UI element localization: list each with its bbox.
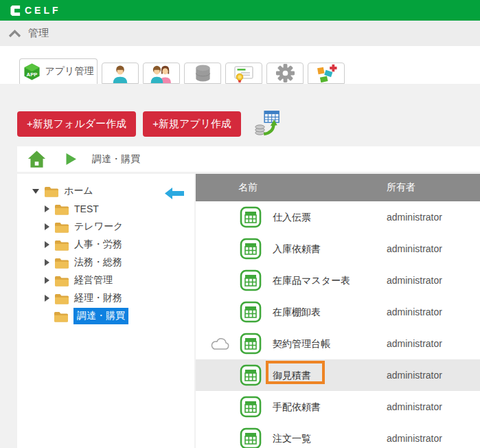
tab-options[interactable] (308, 63, 345, 84)
folder-icon (54, 257, 69, 269)
app-name: 入庫依頼書 (273, 243, 321, 256)
column-header-owner[interactable]: 所有者 (387, 181, 415, 194)
database-icon (193, 64, 213, 82)
app-owner: administrator (387, 401, 442, 412)
svg-text:APP: APP (26, 71, 37, 78)
app-grid-icon (240, 269, 262, 294)
tree-item-label: 人事・労務 (74, 238, 122, 251)
app-table-row-2[interactable]: 在庫品マスター表 administrator (196, 265, 480, 296)
app-table-row-5[interactable]: 御見積書 administrator (196, 359, 480, 391)
tab-users[interactable] (102, 63, 139, 84)
app-table-row-7[interactable]: 注文一覧 administrator (196, 423, 480, 448)
app-name: 御見積書 (273, 370, 311, 382)
page-title: 管理 (28, 27, 49, 40)
tab-groups[interactable] (143, 63, 180, 84)
database-import-icon[interactable] (253, 109, 281, 139)
license-certificate-icon (233, 63, 255, 84)
tree-expanded-icon[interactable] (32, 189, 39, 194)
breadcrumb: 調達・購買 (17, 146, 480, 172)
tree-root-label: ホーム (64, 185, 93, 197)
column-header-name[interactable]: 名前 (238, 181, 258, 194)
folder-icon (54, 311, 69, 322)
tab-license[interactable] (225, 63, 262, 84)
folder-icon (54, 221, 69, 233)
tree-item-0[interactable]: TEST (45, 200, 194, 218)
tab-app-management-label: アプリ管理 (45, 65, 94, 78)
tree-item-2[interactable]: 人事・労務 (45, 236, 194, 254)
tree-item-6[interactable]: 調達・購買 (54, 307, 194, 325)
folder-icon (54, 239, 69, 251)
app-name: 在庫棚卸表 (273, 306, 321, 319)
app-grid-icon (240, 206, 262, 231)
folder-tree-panel: ホーム TEST テレワーク 人事・労務 (17, 174, 194, 448)
home-icon[interactable] (27, 150, 46, 169)
folder-icon (54, 293, 69, 304)
user-icon (111, 64, 130, 83)
tree-item-label: 調達・購買 (73, 308, 128, 324)
logo-text: CELF (25, 5, 61, 16)
tree-item-4[interactable]: 経営管理 (45, 271, 194, 289)
top-bar: CELF (0, 0, 480, 21)
app-grid-icon (240, 238, 262, 262)
app-grid-icon (240, 364, 262, 389)
app-name: 注文一覧 (273, 433, 311, 445)
chevron-up-icon[interactable] (8, 30, 21, 38)
app-grid-icon (240, 301, 262, 326)
table-header: 名前 所有者 (196, 174, 480, 201)
app-owner: administrator (387, 433, 442, 444)
app-owner: administrator (387, 306, 442, 317)
option-blocks-icon (315, 63, 337, 84)
tab-database[interactable] (184, 63, 221, 84)
app-table-panel: 名前 所有者 仕入伝票 administrator (196, 174, 480, 448)
tree-children: TEST テレワーク 人事・労務 法務・総務 (17, 200, 194, 325)
app-table-row-0[interactable]: 仕入伝票 administrator (196, 201, 480, 233)
tree-collapsed-icon[interactable] (45, 205, 49, 212)
tree-item-label: 経理・財務 (74, 292, 122, 304)
app-table-row-3[interactable]: 在庫棚卸表 administrator (196, 296, 480, 328)
app-owner: administrator (387, 370, 442, 381)
tab-strip: APP アプリ管理 (0, 46, 480, 84)
tree-item-label: 法務・総務 (74, 256, 122, 269)
app-name: 手配依頼書 (273, 401, 321, 414)
new-folder-button[interactable]: +新規フォルダー作成 (17, 111, 136, 137)
tab-settings[interactable] (266, 63, 304, 84)
breadcrumb-current-folder: 調達・購買 (92, 153, 140, 166)
tree-item-1[interactable]: テレワーク (45, 218, 194, 236)
app-grid-icon (240, 396, 262, 421)
app-name: 在庫品マスター表 (273, 275, 350, 287)
app-cube-icon: APP (23, 63, 41, 80)
tree-item-label: TEST (74, 203, 99, 214)
tab-app-management[interactable]: APP アプリ管理 (19, 58, 98, 84)
tree-collapsed-icon[interactable] (45, 241, 49, 248)
tree-collapsed-icon[interactable] (45, 295, 49, 302)
app-owner: administrator (387, 338, 442, 349)
cloud-icon (209, 337, 230, 353)
blue-left-arrow-icon[interactable] (165, 188, 184, 202)
tree-item-5[interactable]: 経理・財務 (45, 289, 194, 307)
app-grid-icon (240, 427, 262, 448)
tree-item-label: 経営管理 (74, 274, 113, 287)
folder-icon (54, 275, 69, 287)
gear-icon (275, 63, 295, 83)
page-header: 管理 (0, 21, 480, 46)
tree-collapsed-icon[interactable] (45, 223, 49, 230)
celf-c-icon (10, 5, 21, 16)
tree-item-3[interactable]: 法務・総務 (45, 254, 194, 271)
new-app-button[interactable]: +新規アプリ作成 (143, 111, 241, 137)
app-grid-icon (240, 333, 262, 357)
play-arrow-icon (65, 153, 77, 166)
celf-logo: CELF (10, 5, 61, 16)
tree-collapsed-icon[interactable] (45, 277, 49, 284)
main-area: ホーム TEST テレワーク 人事・労務 (17, 174, 480, 448)
tree-collapsed-icon[interactable] (45, 259, 49, 266)
folder-icon (44, 186, 59, 197)
app-table-row-1[interactable]: 入庫依頼書 administrator (196, 233, 480, 265)
tree-item-label: テレワーク (74, 221, 123, 233)
app-owner: administrator (387, 243, 442, 254)
app-name: 仕入伝票 (273, 212, 311, 224)
app-table-row-4[interactable]: 契約管理台帳 administrator (196, 328, 480, 359)
app-table-row-6[interactable]: 手配依頼書 administrator (196, 391, 480, 423)
user-group-icon (150, 64, 172, 83)
app-name: 契約管理台帳 (273, 338, 330, 350)
table-body: 仕入伝票 administrator 入庫依頼書 administrator (196, 201, 480, 448)
